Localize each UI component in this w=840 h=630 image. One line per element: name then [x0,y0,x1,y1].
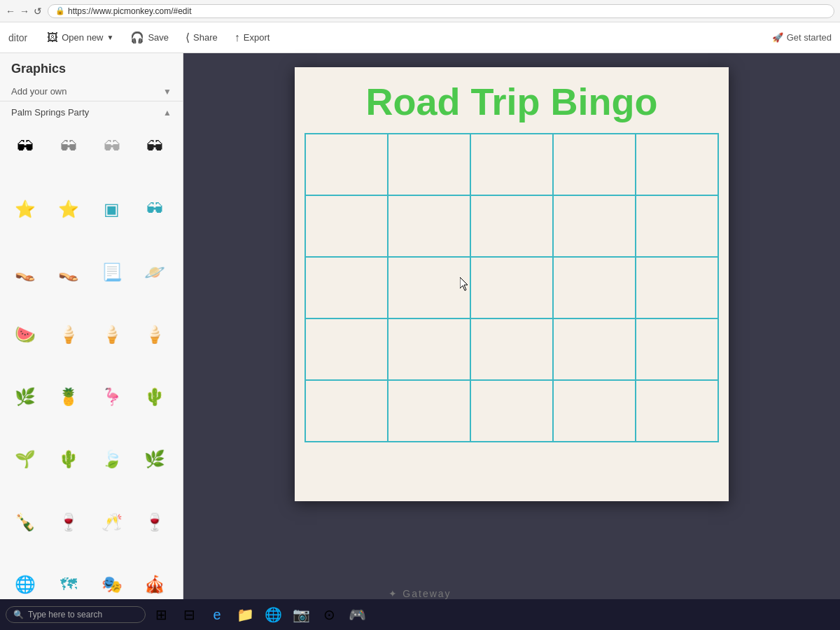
bingo-cell [636,195,718,257]
graphic-item[interactable]: 🎪 [136,566,173,603]
graphic-item[interactable]: 🕶 [136,129,173,165]
graphic-item[interactable]: 🌿 [7,379,43,415]
graphic-item[interactable]: 📃 [94,254,130,290]
bingo-grid [304,133,719,442]
sidebar-title: Graphics [0,53,183,82]
graphic-item[interactable]: 🍃 [94,441,130,477]
app-layout: Graphics Add your own ▼ Palm Springs Par… [0,53,840,630]
taskbar-game-icon[interactable]: 🎮 [344,602,370,627]
graphic-item[interactable]: 🥂 [94,504,130,540]
graphic-item[interactable]: 👡 [50,254,87,290]
graphic-item[interactable]: 🍦 [136,316,173,353]
graphic-item[interactable]: 🍷 [136,504,173,540]
bingo-cell [470,257,553,318]
bingo-cell [388,318,470,380]
search-placeholder: Type here to search [28,610,102,620]
bingo-cell [553,134,636,195]
browser-chrome: ← → ↺ 🔒 https://www.picmonkey.com/#edit … [0,0,840,53]
graphic-item[interactable]: 🌵 [136,379,173,415]
get-started-button[interactable]: 🚀 Get started [772,32,832,43]
open-new-label: Open new [62,32,103,43]
bingo-cell [305,318,388,380]
bingo-cell [388,134,470,195]
get-started-label: Get started [787,32,832,43]
taskbar-windows-icon[interactable]: ⊞ [148,602,174,627]
graphic-item[interactable]: 🦩 [94,379,130,415]
category-label: Palm Springs Party [11,107,89,118]
add-own-arrow-icon: ▼ [163,87,172,97]
category-arrow-icon: ▲ [163,108,172,118]
add-own-label: Add your own [11,86,67,97]
graphic-item[interactable]: 👡 [7,254,43,290]
bingo-cell [388,380,470,442]
bingo-cell [470,380,553,442]
taskbar: 🔍 Type here to search ⊞ ⊟ e 📁 🌐 📷 ⊙ 🎮 [0,599,840,630]
graphic-item[interactable]: ⭐ [7,191,43,227]
bingo-cell [388,257,470,318]
taskbar-app-icon[interactable]: ⊙ [316,602,342,627]
open-new-icon: 🖼 [47,31,58,44]
taskbar-browser-icon[interactable]: 🌐 [260,602,286,627]
graphic-item[interactable]: 🕶 [94,129,130,165]
graphic-item[interactable]: 🌱 [7,441,43,477]
graphic-item[interactable]: 🗺 [50,566,87,603]
bingo-cell [305,380,388,442]
taskbar-edge-icon[interactable]: e [204,602,230,627]
open-new-button[interactable]: 🖼 Open new ▼ [38,27,122,48]
taskbar-camera-icon[interactable]: 📷 [288,602,314,627]
graphic-item[interactable]: 🌐 [7,566,43,603]
refresh-icon[interactable]: ↺ [34,6,42,17]
address-bar: ← → ↺ 🔒 https://www.picmonkey.com/#edit [0,0,840,22]
forward-icon[interactable]: → [20,6,29,17]
export-icon: ↑ [234,31,240,44]
taskbar-search[interactable]: 🔍 Type here to search [6,606,146,623]
graphic-item[interactable]: 🎭 [94,566,130,603]
graphic-item[interactable]: 🍦 [94,316,130,353]
graphic-item[interactable]: 🍦 [50,316,87,353]
graphic-item[interactable]: 🍾 [7,504,43,540]
canvas-title: Road Trip Bingo [295,67,729,130]
graphic-item[interactable]: ⭐ [50,191,87,227]
category-palm-springs[interactable]: Palm Springs Party ▲ [0,102,183,123]
bingo-cell [553,195,636,257]
graphic-item[interactable]: ▣ [94,191,130,227]
graphic-item[interactable]: 🍍 [50,379,87,415]
save-button[interactable]: 🎧 Save [122,27,177,48]
bingo-cell [470,134,553,195]
taskbar-view-icon[interactable]: ⊟ [176,602,202,627]
bingo-cell [553,380,636,442]
search-icon: 🔍 [13,610,24,620]
bingo-cell [470,195,553,257]
graphic-item[interactable]: 🍷 [50,504,87,540]
bingo-cell [305,257,388,318]
graphic-item[interactable]: 🕶 [7,129,43,165]
bingo-cell [305,195,388,257]
export-button[interactable]: ↑ Export [226,27,279,48]
canvas-area[interactable]: Road Trip Bingo [183,53,840,630]
url-text: https://www.picmonkey.com/#edit [68,6,192,16]
bingo-cell [388,195,470,257]
open-new-arrow-icon: ▼ [107,34,114,41]
back-icon[interactable]: ← [6,6,15,17]
app-brand: ditor [8,32,27,43]
graphic-item[interactable]: 🕶 [136,191,173,227]
graphic-item[interactable]: 🌵 [50,441,87,477]
graphic-item[interactable]: 🌿 [136,441,173,477]
taskbar-folder-icon[interactable]: 📁 [232,602,258,627]
sidebar: Graphics Add your own ▼ Palm Springs Par… [0,53,183,630]
graphic-item[interactable]: 🪐 [136,254,173,290]
bingo-cell [553,257,636,318]
bingo-cell [636,318,718,380]
add-own-button[interactable]: Add your own ▼ [0,82,183,102]
graphic-item[interactable]: 🕶 [50,129,87,165]
url-box[interactable]: 🔒 https://www.picmonkey.com/#edit [48,4,834,18]
bingo-cell [636,257,718,318]
share-icon: ⟨ [186,31,190,44]
get-started-icon: 🚀 [772,32,783,43]
design-canvas: Road Trip Bingo [295,67,729,501]
graphic-item[interactable]: 🍉 [7,316,43,353]
save-icon: 🎧 [130,31,144,44]
lock-icon: 🔒 [55,6,65,15]
app-toolbar: ditor 🖼 Open new ▼ 🎧 Save ⟨ Share ↑ Expo… [0,22,840,53]
share-button[interactable]: ⟨ Share [177,27,226,48]
